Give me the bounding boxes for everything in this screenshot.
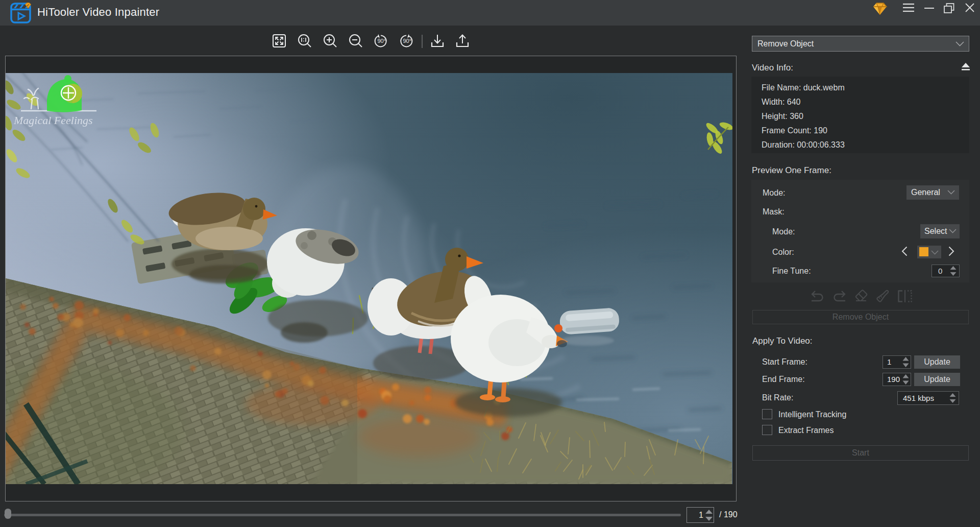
svg-text:90°: 90° xyxy=(403,38,412,44)
svg-text:90°: 90° xyxy=(378,38,386,44)
svg-text:Magical Feelings: Magical Feelings xyxy=(13,114,93,127)
